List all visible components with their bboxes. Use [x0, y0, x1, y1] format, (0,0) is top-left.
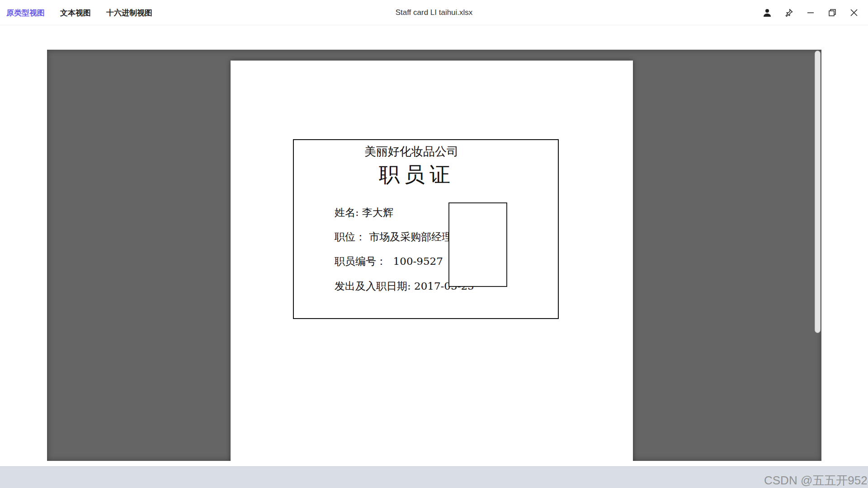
staff-card: 美丽好化妆品公司 职员证 姓名: 李大辉 职位： 市场及采购部经理 职员编号： … — [293, 139, 559, 319]
tab-text-view[interactable]: 文本视图 — [60, 8, 91, 18]
close-icon[interactable] — [848, 7, 860, 19]
user-icon[interactable] — [761, 7, 773, 19]
document-viewer: 美丽好化妆品公司 职员证 姓名: 李大辉 职位： 市场及采购部经理 职员编号： … — [47, 50, 821, 461]
card-field-employee-id: 职员编号： 100-9527 — [335, 254, 443, 268]
card-company-name: 美丽好化妆品公司 — [294, 144, 529, 160]
tab-hex-view[interactable]: 十六进制视图 — [106, 8, 152, 18]
card-field-position: 职位： 市场及采购部经理 — [335, 230, 452, 244]
document-page: 美丽好化妆品公司 职员证 姓名: 李大辉 职位： 市场及采购部经理 职员编号： … — [231, 61, 633, 461]
card-title: 职员证 — [294, 161, 540, 189]
window-controls — [761, 0, 860, 25]
pin-icon[interactable] — [783, 7, 795, 19]
card-photo-placeholder — [448, 202, 507, 287]
window-bottom-strip — [0, 461, 868, 466]
viewer-toolbar: Page 1▼ 100%▼ — [0, 25, 868, 50]
vertical-scrollbar[interactable] — [815, 51, 821, 333]
title-bar: 原类型视图 文本视图 十六进制视图 Staff card LI taihui.x… — [0, 0, 868, 25]
taskbar: 10°C 晴朗 搜索 VC — [0, 466, 868, 488]
tab-original-view[interactable]: 原类型视图 — [6, 8, 45, 18]
screen: 原类型视图 文本视图 十六进制视图 Staff card LI taihui.x… — [0, 0, 868, 488]
view-tabs: 原类型视图 文本视图 十六进制视图 — [6, 0, 152, 25]
card-field-name: 姓名: 李大辉 — [335, 206, 393, 220]
restore-icon[interactable] — [826, 7, 838, 19]
minimize-icon[interactable] — [805, 7, 816, 19]
